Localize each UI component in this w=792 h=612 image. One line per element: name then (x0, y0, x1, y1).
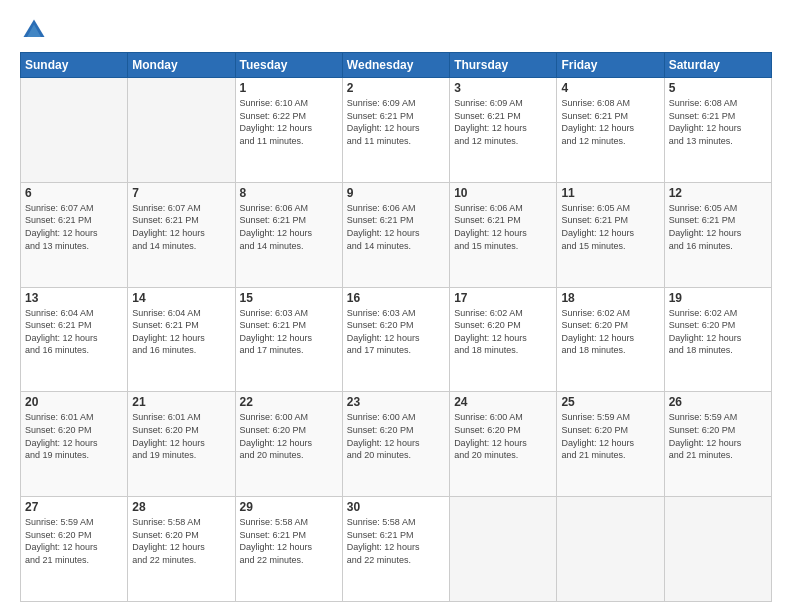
day-cell: 1Sunrise: 6:10 AM Sunset: 6:22 PM Daylig… (235, 78, 342, 183)
day-info: Sunrise: 6:00 AM Sunset: 6:20 PM Dayligh… (454, 411, 552, 461)
day-info: Sunrise: 6:06 AM Sunset: 6:21 PM Dayligh… (240, 202, 338, 252)
day-info: Sunrise: 6:04 AM Sunset: 6:21 PM Dayligh… (132, 307, 230, 357)
day-cell: 14Sunrise: 6:04 AM Sunset: 6:21 PM Dayli… (128, 287, 235, 392)
day-info: Sunrise: 6:02 AM Sunset: 6:20 PM Dayligh… (454, 307, 552, 357)
day-cell: 20Sunrise: 6:01 AM Sunset: 6:20 PM Dayli… (21, 392, 128, 497)
day-number: 28 (132, 500, 230, 514)
logo (20, 16, 52, 44)
weekday-header-saturday: Saturday (664, 53, 771, 78)
day-cell (664, 497, 771, 602)
day-info: Sunrise: 6:02 AM Sunset: 6:20 PM Dayligh… (561, 307, 659, 357)
weekday-header-sunday: Sunday (21, 53, 128, 78)
day-cell: 29Sunrise: 5:58 AM Sunset: 6:21 PM Dayli… (235, 497, 342, 602)
day-cell: 23Sunrise: 6:00 AM Sunset: 6:20 PM Dayli… (342, 392, 449, 497)
day-number: 19 (669, 291, 767, 305)
day-number: 6 (25, 186, 123, 200)
day-info: Sunrise: 6:03 AM Sunset: 6:21 PM Dayligh… (240, 307, 338, 357)
day-info: Sunrise: 6:02 AM Sunset: 6:20 PM Dayligh… (669, 307, 767, 357)
day-cell: 11Sunrise: 6:05 AM Sunset: 6:21 PM Dayli… (557, 182, 664, 287)
weekday-header-friday: Friday (557, 53, 664, 78)
day-info: Sunrise: 6:03 AM Sunset: 6:20 PM Dayligh… (347, 307, 445, 357)
week-row-0: 1Sunrise: 6:10 AM Sunset: 6:22 PM Daylig… (21, 78, 772, 183)
day-info: Sunrise: 6:01 AM Sunset: 6:20 PM Dayligh… (25, 411, 123, 461)
day-info: Sunrise: 5:58 AM Sunset: 6:21 PM Dayligh… (240, 516, 338, 566)
header (20, 16, 772, 44)
day-cell: 24Sunrise: 6:00 AM Sunset: 6:20 PM Dayli… (450, 392, 557, 497)
day-number: 8 (240, 186, 338, 200)
day-cell: 28Sunrise: 5:58 AM Sunset: 6:20 PM Dayli… (128, 497, 235, 602)
day-cell (128, 78, 235, 183)
day-number: 10 (454, 186, 552, 200)
day-number: 17 (454, 291, 552, 305)
day-number: 26 (669, 395, 767, 409)
day-number: 1 (240, 81, 338, 95)
day-info: Sunrise: 5:58 AM Sunset: 6:21 PM Dayligh… (347, 516, 445, 566)
day-number: 21 (132, 395, 230, 409)
day-cell: 18Sunrise: 6:02 AM Sunset: 6:20 PM Dayli… (557, 287, 664, 392)
day-number: 4 (561, 81, 659, 95)
week-row-2: 13Sunrise: 6:04 AM Sunset: 6:21 PM Dayli… (21, 287, 772, 392)
day-info: Sunrise: 6:00 AM Sunset: 6:20 PM Dayligh… (347, 411, 445, 461)
day-cell: 27Sunrise: 5:59 AM Sunset: 6:20 PM Dayli… (21, 497, 128, 602)
day-cell (557, 497, 664, 602)
weekday-header-wednesday: Wednesday (342, 53, 449, 78)
day-cell: 6Sunrise: 6:07 AM Sunset: 6:21 PM Daylig… (21, 182, 128, 287)
day-cell: 21Sunrise: 6:01 AM Sunset: 6:20 PM Dayli… (128, 392, 235, 497)
day-cell: 4Sunrise: 6:08 AM Sunset: 6:21 PM Daylig… (557, 78, 664, 183)
week-row-3: 20Sunrise: 6:01 AM Sunset: 6:20 PM Dayli… (21, 392, 772, 497)
weekday-header-monday: Monday (128, 53, 235, 78)
day-cell: 22Sunrise: 6:00 AM Sunset: 6:20 PM Dayli… (235, 392, 342, 497)
day-number: 23 (347, 395, 445, 409)
day-number: 9 (347, 186, 445, 200)
day-number: 30 (347, 500, 445, 514)
day-info: Sunrise: 6:04 AM Sunset: 6:21 PM Dayligh… (25, 307, 123, 357)
day-number: 15 (240, 291, 338, 305)
day-cell: 25Sunrise: 5:59 AM Sunset: 6:20 PM Dayli… (557, 392, 664, 497)
day-number: 27 (25, 500, 123, 514)
day-cell: 12Sunrise: 6:05 AM Sunset: 6:21 PM Dayli… (664, 182, 771, 287)
day-info: Sunrise: 6:10 AM Sunset: 6:22 PM Dayligh… (240, 97, 338, 147)
day-cell: 15Sunrise: 6:03 AM Sunset: 6:21 PM Dayli… (235, 287, 342, 392)
week-row-4: 27Sunrise: 5:59 AM Sunset: 6:20 PM Dayli… (21, 497, 772, 602)
day-info: Sunrise: 5:59 AM Sunset: 6:20 PM Dayligh… (25, 516, 123, 566)
weekday-header-tuesday: Tuesday (235, 53, 342, 78)
page: SundayMondayTuesdayWednesdayThursdayFrid… (0, 0, 792, 612)
day-cell (450, 497, 557, 602)
day-number: 7 (132, 186, 230, 200)
day-info: Sunrise: 6:08 AM Sunset: 6:21 PM Dayligh… (561, 97, 659, 147)
day-cell: 30Sunrise: 5:58 AM Sunset: 6:21 PM Dayli… (342, 497, 449, 602)
day-info: Sunrise: 5:59 AM Sunset: 6:20 PM Dayligh… (669, 411, 767, 461)
day-info: Sunrise: 6:08 AM Sunset: 6:21 PM Dayligh… (669, 97, 767, 147)
day-info: Sunrise: 6:06 AM Sunset: 6:21 PM Dayligh… (454, 202, 552, 252)
day-number: 2 (347, 81, 445, 95)
calendar-table: SundayMondayTuesdayWednesdayThursdayFrid… (20, 52, 772, 602)
day-cell: 10Sunrise: 6:06 AM Sunset: 6:21 PM Dayli… (450, 182, 557, 287)
day-cell: 9Sunrise: 6:06 AM Sunset: 6:21 PM Daylig… (342, 182, 449, 287)
day-cell: 17Sunrise: 6:02 AM Sunset: 6:20 PM Dayli… (450, 287, 557, 392)
day-number: 11 (561, 186, 659, 200)
day-cell: 2Sunrise: 6:09 AM Sunset: 6:21 PM Daylig… (342, 78, 449, 183)
day-number: 20 (25, 395, 123, 409)
day-info: Sunrise: 6:05 AM Sunset: 6:21 PM Dayligh… (561, 202, 659, 252)
day-info: Sunrise: 6:01 AM Sunset: 6:20 PM Dayligh… (132, 411, 230, 461)
day-number: 13 (25, 291, 123, 305)
day-info: Sunrise: 6:09 AM Sunset: 6:21 PM Dayligh… (454, 97, 552, 147)
day-number: 3 (454, 81, 552, 95)
day-number: 5 (669, 81, 767, 95)
day-number: 14 (132, 291, 230, 305)
day-info: Sunrise: 6:00 AM Sunset: 6:20 PM Dayligh… (240, 411, 338, 461)
day-info: Sunrise: 6:05 AM Sunset: 6:21 PM Dayligh… (669, 202, 767, 252)
day-info: Sunrise: 6:06 AM Sunset: 6:21 PM Dayligh… (347, 202, 445, 252)
day-number: 22 (240, 395, 338, 409)
day-info: Sunrise: 5:58 AM Sunset: 6:20 PM Dayligh… (132, 516, 230, 566)
day-cell: 3Sunrise: 6:09 AM Sunset: 6:21 PM Daylig… (450, 78, 557, 183)
day-cell: 5Sunrise: 6:08 AM Sunset: 6:21 PM Daylig… (664, 78, 771, 183)
weekday-header-thursday: Thursday (450, 53, 557, 78)
day-info: Sunrise: 5:59 AM Sunset: 6:20 PM Dayligh… (561, 411, 659, 461)
day-number: 25 (561, 395, 659, 409)
day-cell (21, 78, 128, 183)
day-cell: 16Sunrise: 6:03 AM Sunset: 6:20 PM Dayli… (342, 287, 449, 392)
week-row-1: 6Sunrise: 6:07 AM Sunset: 6:21 PM Daylig… (21, 182, 772, 287)
day-info: Sunrise: 6:07 AM Sunset: 6:21 PM Dayligh… (25, 202, 123, 252)
day-cell: 8Sunrise: 6:06 AM Sunset: 6:21 PM Daylig… (235, 182, 342, 287)
